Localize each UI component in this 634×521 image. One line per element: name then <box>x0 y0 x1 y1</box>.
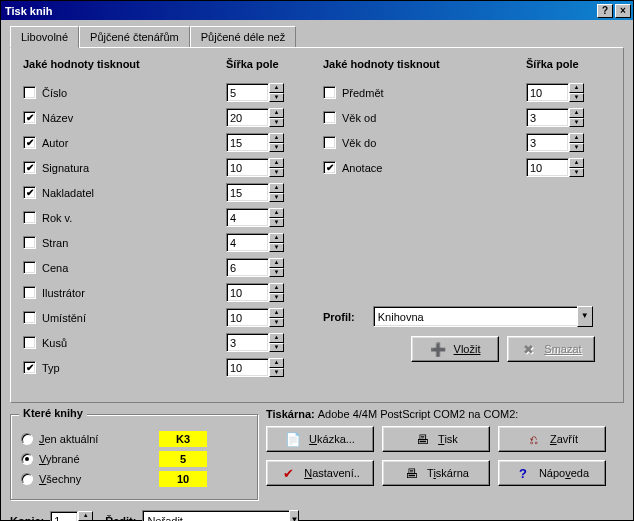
field-label: Stran <box>42 237 122 249</box>
books-radio[interactable] <box>21 473 33 485</box>
settings-button[interactable]: ✔ Nastavení.. <box>266 460 374 486</box>
chevron-down-icon[interactable]: ▼ <box>289 510 299 521</box>
field-checkbox[interactable] <box>323 136 336 149</box>
printer-button[interactable]: 🖶 Tiskárna <box>382 460 490 486</box>
spin-down-icon[interactable]: ▼ <box>269 368 284 378</box>
field-checkbox[interactable]: ✔ <box>23 161 36 174</box>
width-spinner[interactable]: ▲▼ <box>226 308 284 327</box>
spin-up-icon[interactable]: ▲ <box>78 511 93 521</box>
tab-0[interactable]: Libovolné <box>10 26 79 48</box>
spin-up-icon[interactable]: ▲ <box>269 308 284 318</box>
profile-delete-button: ✖ Smazat <box>507 336 595 362</box>
books-radio[interactable] <box>21 433 33 445</box>
dialog-window: Tisk knih ? × LibovolnéPůjčené čtenářůmP… <box>0 0 634 521</box>
spin-down-icon[interactable]: ▼ <box>269 93 284 103</box>
spin-up-icon[interactable]: ▲ <box>269 258 284 268</box>
width-spinner[interactable]: ▲▼ <box>226 358 284 377</box>
spin-down-icon[interactable]: ▼ <box>569 118 584 128</box>
spin-down-icon[interactable]: ▼ <box>569 93 584 103</box>
preview-button[interactable]: 📄 UUkázka...kázka... <box>266 426 374 452</box>
books-radio[interactable] <box>21 453 33 465</box>
field-checkbox[interactable] <box>23 236 36 249</box>
width-spinner[interactable]: ▲▼ <box>226 108 284 127</box>
spin-down-icon[interactable]: ▼ <box>269 218 284 228</box>
field-label: Předmět <box>342 87 422 99</box>
width-spinner[interactable]: ▲▼ <box>226 183 284 202</box>
field-checkbox[interactable] <box>23 311 36 324</box>
field-row: Rok v.▲▼ <box>23 205 284 230</box>
spin-up-icon[interactable]: ▲ <box>569 133 584 143</box>
books-count: K3 <box>159 431 207 447</box>
width-spinner[interactable]: ▲▼ <box>226 258 284 277</box>
field-checkbox[interactable]: ✔ <box>323 161 336 174</box>
profile-value[interactable] <box>373 306 577 327</box>
field-row: Předmět▲▼ <box>323 80 584 105</box>
spin-up-icon[interactable]: ▲ <box>269 158 284 168</box>
field-checkbox[interactable]: ✔ <box>23 361 36 374</box>
field-checkbox[interactable] <box>323 86 336 99</box>
sort-select[interactable]: ▼ <box>142 510 242 521</box>
spin-down-icon[interactable]: ▼ <box>269 318 284 328</box>
width-spinner[interactable]: ▲▼ <box>226 233 284 252</box>
chevron-down-icon[interactable]: ▼ <box>577 306 593 327</box>
width-spinner[interactable]: ▲▼ <box>526 83 584 102</box>
spin-down-icon[interactable]: ▼ <box>269 293 284 303</box>
header-width-right: Šířka pole <box>526 58 579 70</box>
field-checkbox[interactable] <box>23 211 36 224</box>
copies-spinner[interactable]: ▲▼ <box>50 511 93 521</box>
field-row: Kusů▲▼ <box>23 330 284 355</box>
field-checkbox[interactable]: ✔ <box>23 136 36 149</box>
profile-select[interactable]: ▼ <box>373 306 593 327</box>
spin-down-icon[interactable]: ▼ <box>569 168 584 178</box>
spin-up-icon[interactable]: ▲ <box>269 208 284 218</box>
width-spinner[interactable]: ▲▼ <box>526 133 584 152</box>
printer-label: Tiskárna: <box>266 408 315 420</box>
spin-up-icon[interactable]: ▲ <box>269 83 284 93</box>
close-button[interactable]: ⎌ Zavřít <box>498 426 606 452</box>
width-spinner[interactable]: ▲▼ <box>526 158 584 177</box>
close-icon: ⎌ <box>526 431 542 447</box>
tab-2[interactable]: Půjčené déle než <box>190 26 296 48</box>
spin-down-icon[interactable]: ▼ <box>269 168 284 178</box>
field-label: Signatura <box>42 162 122 174</box>
field-checkbox[interactable]: ✔ <box>23 111 36 124</box>
print-icon: 🖶 <box>414 431 430 447</box>
width-spinner[interactable]: ▲▼ <box>226 283 284 302</box>
spin-down-icon[interactable]: ▼ <box>269 193 284 203</box>
tab-1[interactable]: Půjčené čtenářům <box>79 26 190 48</box>
print-button[interactable]: 🖶 Tisk <box>382 426 490 452</box>
field-checkbox[interactable] <box>23 286 36 299</box>
spin-up-icon[interactable]: ▲ <box>269 108 284 118</box>
spin-up-icon[interactable]: ▲ <box>569 83 584 93</box>
field-checkbox[interactable] <box>23 261 36 274</box>
field-checkbox[interactable] <box>323 111 336 124</box>
width-spinner[interactable]: ▲▼ <box>226 158 284 177</box>
field-checkbox[interactable] <box>23 336 36 349</box>
width-spinner[interactable]: ▲▼ <box>226 133 284 152</box>
spin-down-icon[interactable]: ▼ <box>269 243 284 253</box>
spin-down-icon[interactable]: ▼ <box>269 268 284 278</box>
width-spinner[interactable]: ▲▼ <box>226 208 284 227</box>
close-titlebar-button[interactable]: × <box>615 4 631 18</box>
field-checkbox[interactable]: ✔ <box>23 186 36 199</box>
spin-up-icon[interactable]: ▲ <box>269 333 284 343</box>
spin-up-icon[interactable]: ▲ <box>269 283 284 293</box>
width-spinner[interactable]: ▲▼ <box>226 333 284 352</box>
spin-down-icon[interactable]: ▼ <box>269 343 284 353</box>
spin-up-icon[interactable]: ▲ <box>269 358 284 368</box>
printer-value: Adobe 4/4M PostScript COM2 na COM2: <box>318 408 519 420</box>
spin-up-icon[interactable]: ▲ <box>569 158 584 168</box>
width-spinner[interactable]: ▲▼ <box>226 83 284 102</box>
spin-down-icon[interactable]: ▼ <box>569 143 584 153</box>
spin-up-icon[interactable]: ▲ <box>269 183 284 193</box>
spin-up-icon[interactable]: ▲ <box>569 108 584 118</box>
field-checkbox[interactable] <box>23 86 36 99</box>
spin-down-icon[interactable]: ▼ <box>269 118 284 128</box>
help-titlebar-button[interactable]: ? <box>597 4 613 18</box>
width-spinner[interactable]: ▲▼ <box>526 108 584 127</box>
profile-insert-button[interactable]: ➕ Vložit <box>411 336 499 362</box>
spin-up-icon[interactable]: ▲ <box>269 233 284 243</box>
help-button[interactable]: ? Nápoveda <box>498 460 606 486</box>
spin-up-icon[interactable]: ▲ <box>269 133 284 143</box>
spin-down-icon[interactable]: ▼ <box>269 143 284 153</box>
